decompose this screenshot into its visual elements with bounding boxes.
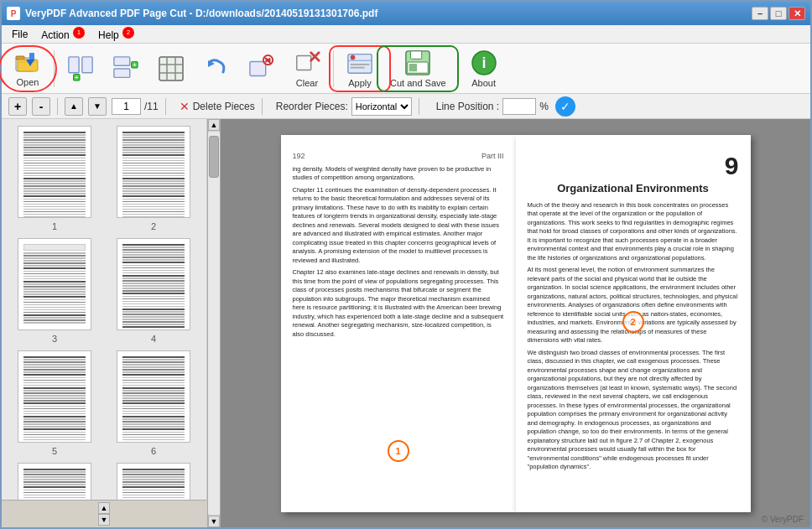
thumbnail-5[interactable]: 5 [8, 350, 101, 456]
about-icon: i [471, 49, 497, 76]
page-total: /11 [144, 101, 159, 112]
split-vertical-button[interactable]: + [60, 47, 102, 91]
delete-pieces-label[interactable]: Delete Pieces [193, 101, 255, 112]
reorder-pieces-area: Reorder Pieces: Horizontal Vertical [276, 97, 412, 116]
line-position-area: Line Position : % ✓ [436, 96, 575, 117]
page-spread: 192 Part III ing density. Models of weig… [281, 135, 751, 512]
thumbnail-2[interactable]: 2 [107, 126, 200, 231]
thumb-num-1: 1 [52, 221, 57, 231]
thumb-img-5 [18, 350, 91, 443]
sep-t2-2 [165, 98, 166, 115]
minimize-button[interactable]: – [752, 7, 768, 20]
reorder-label: Reorder Pieces: [276, 101, 348, 112]
window-controls: – □ ✕ [752, 7, 805, 20]
svg-rect-24 [297, 55, 311, 70]
part-label: Part III [481, 152, 504, 160]
page-right: 9 Organizational Environments Much of th… [516, 135, 751, 512]
thumb-img-4 [117, 238, 190, 330]
page-left: 192 Part III ing density. Models of weig… [281, 135, 516, 512]
cut-save-label: Cut and Save [390, 78, 446, 88]
thumb-img-6 [117, 350, 190, 443]
thumbnail-6[interactable]: 6 [107, 350, 200, 456]
annotation-circle-1: 1 [388, 440, 409, 462]
reorder-select[interactable]: Horizontal Vertical [351, 97, 412, 116]
watermark: © VeryPDF [762, 515, 804, 524]
page-text-left-p2: Chapter 11 continues the examination of … [293, 186, 504, 266]
remove-button[interactable] [241, 47, 283, 91]
remove-icon [248, 55, 275, 82]
percent-label: % [539, 101, 549, 112]
scrollbar-down[interactable]: ▼ [208, 516, 220, 527]
app-icon: P [7, 7, 20, 20]
svg-rect-10 [114, 69, 130, 77]
about-button[interactable]: i About [463, 47, 505, 91]
window-title: VeryPDF Advanced PDF Page Cut - D:/downl… [25, 8, 377, 19]
action-badge: 1 [73, 27, 85, 39]
sep3 [457, 50, 458, 87]
sep-t2-4 [419, 98, 419, 115]
scrollbar-up[interactable]: ▲ [208, 119, 220, 131]
main-toolbar: Open + + [2, 44, 810, 94]
undo-icon [203, 55, 230, 82]
zoom-in-button[interactable]: + [8, 97, 27, 116]
title-bar-left: P VeryPDF Advanced PDF Page Cut - D:/dow… [7, 7, 377, 20]
svg-point-29 [351, 54, 356, 60]
thumb-num-2: 2 [151, 221, 156, 231]
thumbnail-7[interactable]: 7 [8, 463, 101, 500]
menu-bar: File Action 1 Help 2 [2, 25, 810, 44]
menu-file[interactable]: File [5, 27, 34, 42]
open-button[interactable]: Open [7, 47, 49, 91]
grid-button[interactable] [150, 47, 192, 91]
clear-icon [294, 49, 320, 76]
svg-rect-31 [351, 66, 365, 68]
thumbnail-4[interactable]: 4 [107, 238, 200, 344]
menu-action[interactable]: Action 1 [34, 25, 91, 43]
menu-help[interactable]: Help 2 [91, 25, 141, 43]
chapter-number: 9 [725, 152, 739, 179]
page-number-left: 192 [293, 152, 305, 160]
svg-rect-5 [69, 56, 79, 72]
nav-down-button[interactable]: ▼ [88, 97, 107, 116]
thumb-scrollbar: ▲ ▼ [207, 119, 221, 527]
sep-t2-3 [262, 98, 263, 115]
sep1 [54, 50, 55, 87]
thumb-scroll-down[interactable]: ▼ [98, 514, 110, 526]
undo-button[interactable] [195, 47, 237, 91]
page-input[interactable] [112, 98, 141, 115]
thumb-img-7 [18, 463, 91, 500]
title-bar: P VeryPDF Advanced PDF Page Cut - D:/dow… [2, 2, 810, 25]
svg-text:+: + [133, 61, 137, 69]
svg-rect-35 [409, 63, 417, 70]
main-window: P VeryPDF Advanced PDF Page Cut - D:/dow… [0, 0, 812, 529]
confirm-button[interactable]: ✓ [555, 96, 575, 117]
split-h-icon: + [112, 55, 139, 82]
svg-text:i: i [481, 54, 486, 71]
thumb-scroll-up[interactable]: ▲ [98, 502, 110, 514]
split-horizontal-button[interactable]: + [105, 47, 147, 91]
cut-save-button[interactable]: Cut and Save [384, 47, 452, 91]
apply-button[interactable]: Apply [339, 47, 381, 91]
thumbnail-3[interactable]: 3 [8, 238, 101, 344]
thumb-img-2 [117, 126, 190, 218]
scrollbar-thumb[interactable] [209, 136, 219, 178]
page-text-left-p3: Chapter 12 also examines late-stage decl… [293, 268, 504, 339]
nav-up-button[interactable]: ▲ [65, 97, 83, 116]
page-text-right-p2: At its most general level, the notion of… [528, 266, 739, 345]
clear-button[interactable]: Clear [286, 47, 328, 91]
sep2 [333, 50, 334, 87]
line-position-input[interactable] [502, 98, 536, 115]
annotation-circle-2: 2 [622, 311, 644, 333]
thumbnail-1[interactable]: 1 [8, 126, 101, 231]
maximize-button[interactable]: □ [770, 7, 787, 20]
thumb-num-5: 5 [52, 446, 57, 456]
svg-rect-30 [351, 63, 370, 65]
apply-label: Apply [348, 78, 372, 88]
chapter-title: Organizational Environments [528, 182, 739, 194]
close-button[interactable]: ✕ [789, 7, 805, 20]
page-header-left: 192 Part III [293, 152, 504, 160]
thumb-num-4: 4 [151, 334, 156, 344]
thumbnail-8[interactable]: 8 [107, 463, 200, 500]
main-content: 1 [2, 119, 810, 527]
zoom-out-button[interactable]: - [32, 97, 50, 116]
scrollbar-track[interactable] [208, 132, 220, 515]
